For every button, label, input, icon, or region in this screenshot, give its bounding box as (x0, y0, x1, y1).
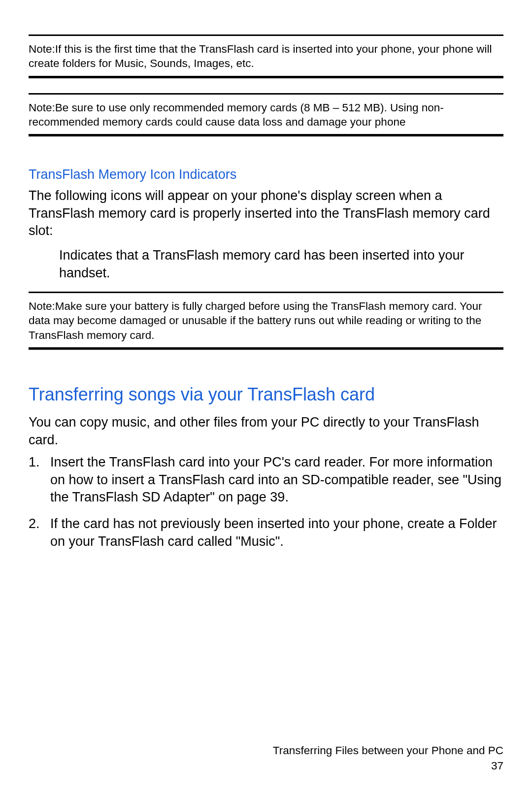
indicators-intro: The following icons will appear on your … (29, 187, 503, 240)
footer-chapter: Transferring Files between your Phone an… (29, 743, 503, 758)
transfer-section: Transferring songs via your TransFlash c… (29, 365, 503, 559)
indicators-section: TransFlash Memory Icon Indicators The fo… (29, 151, 503, 292)
footer-page-number: 37 (29, 759, 503, 773)
note-label-1: Note: (29, 43, 55, 55)
note-block-3: Note:Make sure your battery is fully cha… (29, 292, 503, 350)
indicator-text-1: Indicates that a TransFlash memory card … (59, 247, 503, 282)
note-label-2: Note: (29, 101, 55, 114)
list-item: Insert the TransFlash card into your PC'… (29, 454, 503, 506)
list-item: If the card has not previously been inse… (29, 515, 503, 550)
note-body-1: If this is the first time that the Trans… (29, 43, 492, 69)
transfer-intro: You can copy music, and other files from… (29, 414, 503, 449)
note-text-2: Note:Be sure to use only recommended mem… (29, 100, 503, 130)
transfer-steps-list: Insert the TransFlash card into your PC'… (29, 454, 503, 550)
page-footer: Transferring Files between your Phone an… (29, 743, 503, 773)
note-body-3: Make sure your battery is fully charged … (29, 300, 482, 341)
section-heading-transfer: Transferring songs via your TransFlash c… (29, 384, 503, 405)
indicator-row-1: Indicates that a TransFlash memory card … (29, 247, 503, 282)
note-text-1: Note:If this is the first time that the … (29, 42, 503, 71)
note-block-1: Note:If this is the first time that the … (29, 34, 503, 78)
page-container: Note:If this is the first time that the … (0, 0, 532, 798)
note-body-2: Be sure to use only recommended memory c… (29, 101, 444, 128)
sub-heading-indicators: TransFlash Memory Icon Indicators (29, 167, 503, 182)
note-label-3: Note: (29, 300, 55, 312)
note-text-3: Note:Make sure your battery is fully cha… (29, 299, 503, 342)
note-block-2: Note:Be sure to use only recommended mem… (29, 93, 503, 137)
